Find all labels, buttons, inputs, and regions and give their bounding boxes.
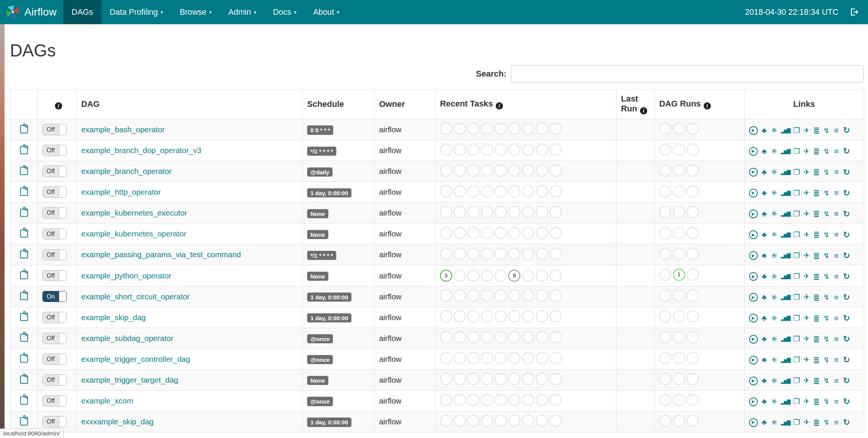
code-view-icon[interactable]: ↯ bbox=[823, 169, 830, 176]
logs-icon[interactable]: ≡ bbox=[833, 168, 840, 176]
trigger-dag-icon[interactable]: ▶ bbox=[749, 210, 758, 218]
task-state-circle[interactable]: 3 bbox=[440, 270, 452, 282]
landing-times-icon[interactable]: ✈ bbox=[803, 127, 810, 135]
landing-times-icon[interactable]: ✈ bbox=[803, 252, 810, 260]
task-state-circle[interactable] bbox=[495, 248, 507, 260]
task-state-circle[interactable] bbox=[508, 394, 520, 406]
task-state-circle[interactable] bbox=[454, 289, 466, 302]
dag-link[interactable]: example_kubernetes_executor bbox=[81, 208, 187, 217]
task-state-circle[interactable] bbox=[673, 164, 685, 177]
edit-dag-button[interactable] bbox=[20, 124, 28, 133]
task-state-circle[interactable] bbox=[508, 373, 520, 385]
dag-link[interactable]: example_http_operator bbox=[81, 188, 161, 196]
code-view-icon[interactable]: ↯ bbox=[823, 252, 830, 260]
task-state-circle[interactable] bbox=[687, 185, 699, 197]
task-state-circle[interactable] bbox=[508, 227, 520, 239]
dag-pause-toggle[interactable]: Off bbox=[42, 416, 67, 427]
task-state-circle[interactable] bbox=[550, 144, 562, 156]
task-state-circle[interactable] bbox=[467, 310, 479, 322]
task-tries-icon[interactable]: ❐ bbox=[793, 398, 800, 405]
task-tries-icon[interactable]: ❐ bbox=[793, 252, 800, 260]
graph-view-icon[interactable]: ✳ bbox=[771, 294, 778, 301]
gantt-icon[interactable]: ≣ bbox=[813, 231, 820, 238]
task-state-circle[interactable] bbox=[508, 185, 520, 197]
landing-times-icon[interactable]: ✈ bbox=[803, 335, 810, 343]
logs-icon[interactable]: ≡ bbox=[833, 419, 840, 426]
refresh-icon[interactable]: ↻ bbox=[843, 356, 850, 364]
task-state-circle[interactable] bbox=[508, 310, 520, 322]
task-state-circle[interactable] bbox=[673, 185, 685, 197]
task-tries-icon[interactable]: ❐ bbox=[793, 127, 800, 135]
trigger-dag-icon[interactable]: ▶ bbox=[749, 356, 758, 364]
task-state-circle[interactable] bbox=[536, 352, 548, 364]
task-state-circle[interactable] bbox=[440, 394, 452, 406]
task-state-circle[interactable] bbox=[481, 248, 493, 260]
graph-view-icon[interactable]: ✳ bbox=[771, 335, 778, 343]
task-state-circle[interactable] bbox=[550, 394, 562, 406]
logs-icon[interactable]: ≡ bbox=[833, 377, 840, 385]
task-state-circle[interactable] bbox=[550, 185, 562, 197]
task-state-circle[interactable] bbox=[508, 144, 520, 156]
task-state-circle[interactable] bbox=[659, 331, 671, 343]
task-state-circle[interactable] bbox=[550, 227, 562, 239]
logs-icon[interactable]: ≡ bbox=[833, 273, 840, 280]
graph-view-icon[interactable]: ✳ bbox=[771, 398, 778, 405]
refresh-icon[interactable]: ↻ bbox=[843, 189, 850, 197]
edit-dag-button[interactable] bbox=[20, 208, 28, 217]
task-state-circle[interactable] bbox=[687, 144, 699, 156]
edit-dag-button[interactable] bbox=[20, 416, 28, 425]
trigger-dag-icon[interactable]: ▶ bbox=[749, 418, 758, 427]
trigger-dag-icon[interactable]: ▶ bbox=[749, 335, 758, 344]
task-tries-icon[interactable]: ❐ bbox=[793, 377, 800, 385]
refresh-icon[interactable]: ↻ bbox=[843, 335, 850, 343]
dag-pause-toggle[interactable]: Off bbox=[42, 395, 67, 407]
task-state-circle[interactable] bbox=[536, 227, 548, 239]
tasks-duration-icon[interactable]: ▂▅▇ bbox=[781, 316, 790, 321]
code-view-icon[interactable]: ↯ bbox=[823, 231, 830, 239]
logs-icon[interactable]: ≡ bbox=[833, 147, 840, 155]
edit-dag-button[interactable] bbox=[20, 270, 28, 279]
task-state-circle[interactable] bbox=[522, 270, 534, 282]
task-state-circle[interactable] bbox=[454, 310, 466, 322]
task-state-circle[interactable] bbox=[481, 144, 493, 156]
task-state-circle[interactable] bbox=[508, 331, 520, 343]
trigger-dag-icon[interactable]: ▶ bbox=[749, 397, 758, 406]
task-state-circle[interactable] bbox=[687, 394, 699, 406]
logs-icon[interactable]: ≡ bbox=[833, 356, 840, 364]
task-state-circle[interactable] bbox=[495, 415, 507, 427]
trigger-dag-icon[interactable]: ▶ bbox=[749, 189, 758, 197]
logout-button[interactable] bbox=[849, 8, 858, 16]
task-state-circle[interactable] bbox=[481, 352, 493, 364]
task-state-circle[interactable] bbox=[536, 206, 548, 218]
tree-view-icon[interactable]: ♣ bbox=[761, 419, 768, 426]
task-state-circle[interactable] bbox=[687, 227, 699, 239]
task-state-circle[interactable] bbox=[481, 373, 493, 385]
dag-pause-toggle[interactable]: Off bbox=[42, 374, 67, 386]
gantt-icon[interactable]: ≣ bbox=[813, 294, 820, 301]
trigger-dag-icon[interactable]: ▶ bbox=[749, 293, 758, 302]
tasks-duration-icon[interactable]: ▂▅▇ bbox=[781, 358, 790, 363]
nav-item-about[interactable]: About bbox=[305, 0, 348, 24]
dag-link[interactable]: example_short_circuit_operator bbox=[81, 292, 190, 301]
tasks-duration-icon[interactable]: ▂▅▇ bbox=[781, 211, 790, 216]
tree-view-icon[interactable]: ♣ bbox=[761, 294, 768, 301]
task-state-circle[interactable] bbox=[673, 310, 685, 322]
tree-view-icon[interactable]: ♣ bbox=[761, 314, 768, 322]
col-header-schedule[interactable]: Schedule bbox=[303, 89, 375, 119]
tasks-duration-icon[interactable]: ▂▅▇ bbox=[781, 420, 790, 425]
task-state-circle[interactable] bbox=[522, 185, 534, 197]
tree-view-icon[interactable]: ♣ bbox=[761, 273, 768, 280]
task-state-circle[interactable] bbox=[467, 270, 479, 282]
task-state-circle[interactable] bbox=[495, 144, 507, 156]
task-tries-icon[interactable]: ❐ bbox=[793, 314, 800, 322]
dag-link[interactable]: example_skip_dag bbox=[81, 313, 146, 322]
code-view-icon[interactable]: ↯ bbox=[823, 189, 830, 197]
dag-link[interactable]: example_xcom bbox=[81, 396, 133, 405]
dag-link[interactable]: example_bash_operator bbox=[81, 125, 165, 134]
refresh-icon[interactable]: ↻ bbox=[843, 210, 850, 218]
task-state-circle[interactable] bbox=[508, 164, 520, 177]
code-view-icon[interactable]: ↯ bbox=[823, 419, 830, 426]
task-state-circle[interactable] bbox=[467, 164, 479, 177]
task-state-circle[interactable] bbox=[454, 331, 466, 343]
task-state-circle[interactable] bbox=[454, 185, 466, 197]
